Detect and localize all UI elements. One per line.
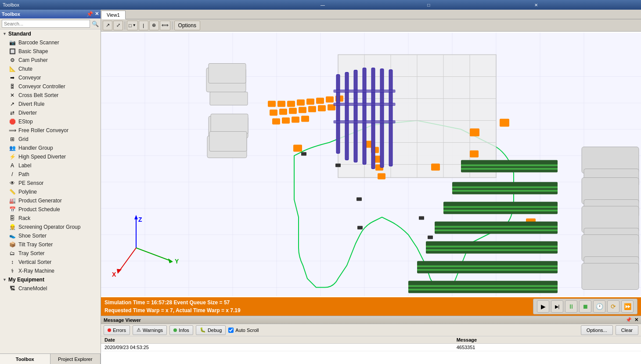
- sim-text: Simulation Time = 16:57:28 Event Queue S…: [104, 299, 533, 314]
- tool-item-pe-sensor[interactable]: 👁PE Sensor: [0, 179, 101, 187]
- svg-rect-115: [428, 236, 433, 239]
- tool-label: Basic Shape: [18, 48, 48, 54]
- toolbar-btn-2[interactable]: ⤢: [113, 21, 123, 30]
- tool-item-vertical-sorter[interactable]: ↕Vertical Sorter: [0, 258, 101, 267]
- svg-rect-82: [461, 168, 558, 170]
- toolbar-btn-1[interactable]: ↗: [103, 21, 112, 30]
- standard-section-header[interactable]: Standard: [0, 29, 101, 38]
- tool-item-diverter[interactable]: ⇄Diverter: [0, 108, 101, 117]
- my-equipment-section-header[interactable]: My Equipment: [0, 275, 101, 284]
- svg-rect-40: [277, 101, 285, 107]
- maximize-icon[interactable]: □: [427, 3, 531, 7]
- tool-item-chute[interactable]: 📐Chute: [0, 65, 101, 73]
- toolbar-btn-4[interactable]: ⊕: [149, 21, 159, 30]
- sim-forward-btn[interactable]: ⏩: [621, 300, 634, 313]
- tool-item-polyline[interactable]: 📏Polyline: [0, 187, 101, 196]
- svg-rect-45: [326, 97, 334, 103]
- tool-item-product-schedule[interactable]: 📅Product Schedule: [0, 205, 101, 214]
- minimize-icon[interactable]: —: [320, 3, 425, 7]
- view-tabs: View1: [101, 10, 641, 19]
- tool-items-container: 📷Barcode Scanner🔲Basic Shape⚙Cam Pusher📐…: [0, 38, 101, 275]
- tool-label: Tilt Tray Sorter: [18, 241, 53, 248]
- infos-button[interactable]: Infos: [169, 325, 193, 335]
- toolbar-btn-3[interactable]: |: [139, 21, 148, 30]
- clear-button[interactable]: Clear: [616, 325, 638, 335]
- svg-rect-48: [279, 109, 287, 115]
- svg-rect-57: [301, 116, 309, 122]
- svg-rect-38: [209, 132, 247, 151]
- errors-button[interactable]: Errors: [104, 325, 130, 335]
- tool-item-grid[interactable]: ⊞Grid: [0, 135, 101, 144]
- infos-dot: [173, 328, 177, 332]
- toolbar-btn-5[interactable]: ⟺: [160, 21, 170, 30]
- tool-item-conveyor[interactable]: ➡Conveyor: [0, 73, 101, 82]
- tool-item-rack[interactable]: 🗄Rack: [0, 214, 101, 223]
- svg-rect-99: [408, 285, 558, 287]
- tool-icon: 📅: [9, 206, 16, 213]
- svg-rect-113: [357, 226, 363, 230]
- svg-rect-81: [461, 165, 558, 166]
- toolbar-sep-2: [172, 22, 173, 29]
- pin-icon[interactable]: 📌: [86, 11, 93, 17]
- tool-icon: A: [9, 162, 16, 169]
- close-icon[interactable]: ✕: [534, 3, 638, 7]
- sim-replay-btn[interactable]: ⟳: [607, 300, 619, 313]
- equip-label: CraneModel: [18, 285, 47, 292]
- tool-item-divert-rule[interactable]: ↗Divert Rule: [0, 100, 101, 108]
- view1-tab[interactable]: View1: [101, 11, 126, 19]
- close-panel-icon[interactable]: ✕: [95, 11, 99, 17]
- warnings-button[interactable]: ⚠ Warnings: [133, 325, 167, 335]
- svg-text:X: X: [112, 271, 116, 278]
- tool-item-barcode-scanner[interactable]: 📷Barcode Scanner: [0, 38, 101, 47]
- svg-rect-64: [431, 164, 440, 171]
- tool-item-tilt-tray-sorter[interactable]: 📦Tilt Tray Sorter: [0, 240, 101, 249]
- tool-item-product-generator[interactable]: 🏭Product Generator: [0, 196, 101, 205]
- viewport[interactable]: Z Y X: [101, 32, 641, 297]
- debug-button[interactable]: 🐛 Debug: [196, 325, 226, 335]
- sim-stop-btn[interactable]: ⏹: [579, 300, 591, 313]
- tool-icon: 🗄: [9, 215, 16, 222]
- tool-item-cam-pusher[interactable]: ⚙Cam Pusher: [0, 56, 101, 65]
- tool-label: Conveyor: [18, 75, 41, 81]
- svg-text:Z: Z: [138, 216, 142, 223]
- my-equip-item-cranemodel[interactable]: 🏗CraneModel: [0, 284, 101, 293]
- tool-icon: 👟: [9, 232, 16, 239]
- mv-close-icon[interactable]: ✕: [634, 317, 638, 323]
- svg-rect-66: [470, 151, 479, 158]
- tab-toolbox[interactable]: Toolbox: [0, 354, 50, 364]
- tab-project-explorer[interactable]: Project Explorer: [50, 354, 101, 364]
- tool-item-path[interactable]: /Path: [0, 170, 101, 179]
- options-btn[interactable]: Options...: [581, 325, 613, 335]
- sim-step-btn[interactable]: ▶|: [551, 300, 563, 313]
- svg-rect-91: [435, 230, 558, 231]
- svg-rect-52: [318, 105, 326, 112]
- sim-play-btn[interactable]: ▶: [537, 300, 549, 313]
- svg-rect-34: [210, 92, 248, 105]
- options-button[interactable]: Options: [174, 21, 200, 30]
- tool-item-estop[interactable]: 🛑EStop: [0, 117, 101, 126]
- tool-item-screening-operator-group[interactable]: 👷Screening Operator Group: [0, 223, 101, 231]
- sim-controls: ▶ ▶| ⏸ ⏹ 🕐 ⟳ ⏩: [533, 299, 637, 314]
- search-input[interactable]: [2, 20, 90, 28]
- cell-message: 4653351: [453, 344, 641, 351]
- tool-item-tray-sorter[interactable]: 🗂Tray Sorter: [0, 249, 101, 258]
- tool-label: Diverter: [18, 110, 37, 116]
- tool-item-high-speed-diverter[interactable]: ⚡High Speed Diverter: [0, 152, 101, 161]
- tool-item-basic-shape[interactable]: 🔲Basic Shape: [0, 47, 101, 56]
- tool-item-cross-belt-sorter[interactable]: ✕Cross Belt Sorter: [0, 91, 101, 100]
- sim-pause-btn[interactable]: ⏸: [565, 300, 577, 313]
- tool-item-label[interactable]: ALabel: [0, 161, 101, 170]
- 3d-scene-svg: Z Y X: [101, 32, 641, 297]
- tool-item-free-roller-conveyor[interactable]: ⟹Free Roller Conveyor: [0, 126, 101, 135]
- mv-pin-icon[interactable]: 📌: [626, 317, 632, 323]
- auto-scroll-checkbox[interactable]: [228, 328, 234, 333]
- sim-warp-text: Requested Time Warp = x 7, Actual Time W…: [104, 306, 533, 314]
- svg-rect-94: [426, 249, 558, 251]
- toolbar-select-btn[interactable]: □▼: [127, 21, 138, 30]
- svg-rect-110: [301, 152, 306, 156]
- tool-item-x-ray-machine[interactable]: ⚕X-Ray Machine: [0, 267, 101, 275]
- tool-item-shoe-sorter[interactable]: 👟Shoe Sorter: [0, 231, 101, 240]
- sim-record-btn[interactable]: 🕐: [593, 300, 605, 313]
- tool-item-conveyor-controller[interactable]: 🎛Conveyor Controller: [0, 82, 101, 91]
- tool-item-handler-group[interactable]: 👥Handler Group: [0, 144, 101, 152]
